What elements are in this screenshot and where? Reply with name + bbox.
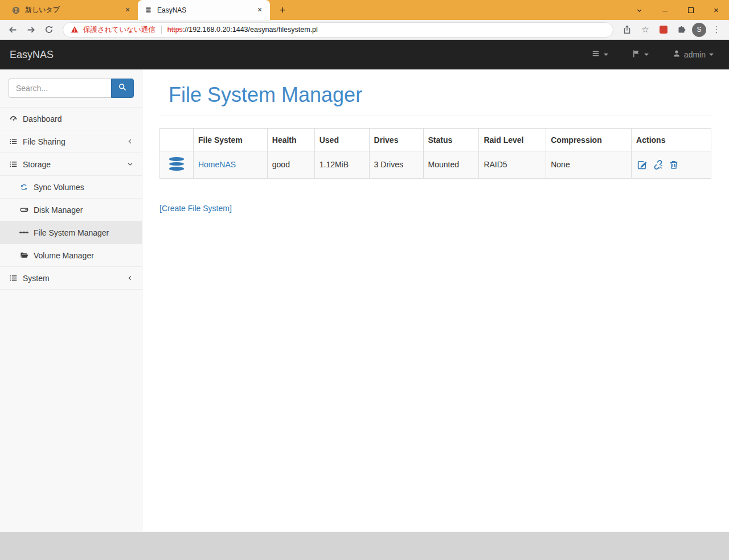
col-header-file-system: File System bbox=[193, 129, 267, 151]
search-icon bbox=[118, 83, 126, 93]
sidebar-item-sync-volumes[interactable]: Sync Volumes bbox=[0, 176, 142, 199]
sidebar-item-dashboard[interactable]: Dashboard bbox=[0, 108, 142, 130]
chevron-down-icon bbox=[127, 161, 133, 167]
col-header-raid-level: Raid Level bbox=[479, 129, 546, 151]
sidebar-item-system[interactable]: System bbox=[0, 267, 142, 290]
security-warning-text: 保護されていない通信 bbox=[83, 25, 155, 35]
actions-cell bbox=[632, 151, 711, 179]
col-header-health: Health bbox=[267, 129, 314, 151]
sidebar-item-label: Disk Manager bbox=[34, 205, 83, 215]
browser-toolbar: 保護されていない通信 https://192.168.0.20:1443/eas… bbox=[0, 20, 729, 40]
navbar-user-dropdown[interactable]: admin bbox=[673, 50, 714, 60]
filesystem-name-link[interactable]: HomeNAS bbox=[198, 160, 236, 169]
user-icon bbox=[673, 50, 681, 60]
navbar-language-dropdown[interactable] bbox=[632, 50, 649, 60]
app-body: Dashboard File Sharing Storage bbox=[0, 69, 729, 532]
filesystem-table: File System Health Used Drives Status Ra… bbox=[159, 128, 711, 179]
sidebar-item-label: File System Manager bbox=[34, 228, 109, 237]
profile-avatar[interactable]: S bbox=[692, 23, 706, 37]
search-button[interactable] bbox=[111, 79, 134, 98]
minimize-button[interactable]: – bbox=[652, 0, 678, 20]
flag-icon bbox=[632, 50, 641, 60]
page-bottom-area bbox=[0, 532, 729, 560]
tab-strip: 新しいタブ × EasyNAS × + – × bbox=[0, 0, 729, 20]
page-header-divider bbox=[159, 116, 711, 116]
tab-title: 新しいタブ bbox=[25, 5, 118, 15]
caret-down-icon bbox=[644, 53, 649, 56]
sidebar-item-label: Dashboard bbox=[23, 114, 62, 123]
red-extension-badge bbox=[660, 26, 667, 34]
sidebar-item-storage[interactable]: Storage bbox=[0, 153, 142, 176]
drives-cell: 3 Drives bbox=[369, 151, 423, 179]
chevron-left-icon bbox=[127, 138, 133, 145]
edit-icon[interactable] bbox=[636, 159, 648, 171]
navbar-menu-dropdown[interactable] bbox=[591, 50, 608, 60]
col-header-used: Used bbox=[314, 129, 369, 151]
extensions-puzzle-icon[interactable] bbox=[674, 22, 690, 38]
back-icon[interactable] bbox=[5, 22, 21, 38]
tab-close-icon[interactable]: × bbox=[255, 6, 264, 15]
dashboard-icon bbox=[9, 114, 18, 123]
bookmark-star-icon[interactable]: ☆ bbox=[637, 22, 653, 38]
browser-menu-dots-icon[interactable]: ⋮ bbox=[708, 22, 724, 38]
browser-tab-newtab[interactable]: 新しいタブ × bbox=[6, 0, 138, 20]
col-header-actions: Actions bbox=[632, 129, 711, 151]
compression-cell: None bbox=[546, 151, 632, 179]
url-scheme: https bbox=[167, 26, 183, 34]
table-header-row: File System Health Used Drives Status Ra… bbox=[160, 129, 711, 151]
sidebar-item-label: Volume Manager bbox=[34, 251, 94, 260]
col-header-icon bbox=[160, 129, 194, 151]
window-controls: – × bbox=[626, 0, 729, 20]
app-navbar: EasyNAS admin bbox=[0, 40, 729, 69]
raid-level-cell: RAID5 bbox=[479, 151, 546, 179]
unmount-icon[interactable] bbox=[652, 159, 664, 171]
sidebar-item-file-sharing[interactable]: File Sharing bbox=[0, 130, 142, 153]
col-header-status: Status bbox=[423, 129, 479, 151]
row-actions bbox=[636, 159, 706, 171]
browser-tab-easynas[interactable]: EasyNAS × bbox=[138, 0, 270, 20]
hdd-icon bbox=[19, 205, 28, 214]
app-brand[interactable]: EasyNAS bbox=[10, 49, 54, 61]
main-content: File System Manager File System Health U… bbox=[142, 69, 729, 532]
forward-icon[interactable] bbox=[23, 22, 39, 38]
address-divider bbox=[161, 26, 162, 34]
sidebar-item-disk-manager[interactable]: Disk Manager bbox=[0, 199, 142, 221]
sidebar-item-label: System bbox=[23, 274, 50, 283]
used-cell: 1.12MiB bbox=[314, 151, 369, 179]
col-header-drives: Drives bbox=[369, 129, 423, 151]
caret-down-icon bbox=[709, 53, 714, 56]
extension-red-icon[interactable] bbox=[656, 22, 671, 38]
not-secure-warning-icon bbox=[70, 25, 79, 34]
tab-title: EasyNAS bbox=[157, 6, 251, 14]
easynas-favicon-icon bbox=[144, 6, 153, 15]
health-cell: good bbox=[267, 151, 314, 179]
maximize-icon bbox=[688, 7, 694, 13]
filesystem-type-cell bbox=[160, 151, 194, 179]
filesystem-name-cell: HomeNAS bbox=[193, 151, 267, 179]
tab-search-chevron-icon[interactable] bbox=[626, 0, 652, 20]
sidebar-menu: Dashboard File Sharing Storage bbox=[0, 107, 142, 290]
close-button[interactable]: × bbox=[703, 0, 729, 20]
caret-down-icon bbox=[604, 53, 608, 56]
search-input[interactable] bbox=[9, 79, 111, 98]
sidebar-item-file-system-manager[interactable]: File System Manager bbox=[0, 221, 142, 244]
navbar-right: admin bbox=[591, 50, 719, 60]
page-title: File System Manager bbox=[169, 83, 711, 107]
reload-icon[interactable] bbox=[41, 22, 57, 38]
sidebar-item-volume-manager[interactable]: Volume Manager bbox=[0, 244, 142, 267]
newtab-favicon-icon bbox=[11, 6, 21, 15]
maximize-button[interactable] bbox=[678, 0, 703, 20]
share-icon[interactable] bbox=[619, 22, 635, 38]
url-rest: ://192.168.0.20:1443/easynas/filesystem.… bbox=[183, 26, 318, 34]
tab-close-icon[interactable]: × bbox=[123, 6, 132, 15]
list-icon bbox=[9, 137, 18, 146]
new-tab-button[interactable]: + bbox=[275, 2, 290, 18]
database-icon bbox=[169, 156, 184, 172]
create-file-system-link[interactable]: [Create File System] bbox=[159, 204, 232, 213]
address-bar[interactable]: 保護されていない通信 https://192.168.0.20:1443/eas… bbox=[63, 22, 613, 38]
delete-trash-icon[interactable] bbox=[668, 159, 679, 171]
sidebar-item-label: File Sharing bbox=[23, 137, 65, 146]
sidebar-search bbox=[9, 79, 134, 98]
sync-icon bbox=[19, 183, 28, 191]
sidebar-item-label: Sync Volumes bbox=[34, 183, 84, 192]
